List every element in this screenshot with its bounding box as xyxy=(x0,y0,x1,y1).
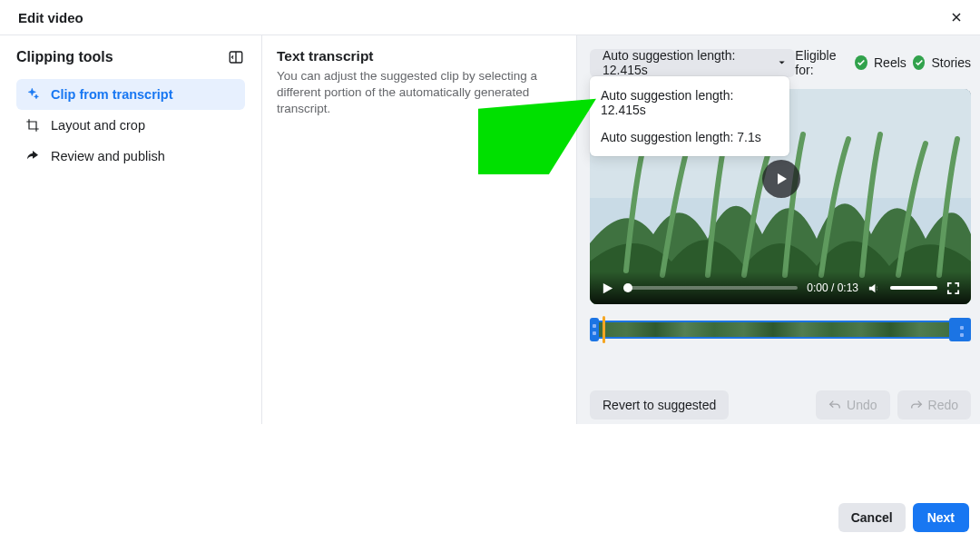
sidebar-item-label: Review and publish xyxy=(51,149,165,163)
playhead[interactable] xyxy=(603,316,605,343)
footer: Cancel Next xyxy=(0,424,980,543)
length-option-7-1[interactable]: Auto suggestion length: 7.1s xyxy=(590,123,789,151)
eligible-for: Eligible for: Reels Stories xyxy=(795,48,971,77)
sidebar-title: Clipping tools xyxy=(16,49,113,65)
next-button[interactable]: Next xyxy=(913,503,969,532)
volume-icon[interactable] xyxy=(867,281,881,295)
sidebar: Clipping tools Clip from transcript Layo… xyxy=(0,35,262,424)
panel-toggle-button[interactable] xyxy=(227,48,245,66)
volume-bar[interactable] xyxy=(890,286,937,290)
play-icon xyxy=(774,172,789,186)
revert-to-suggested-button[interactable]: Revert to suggested xyxy=(590,390,729,420)
sidebar-item-review-and-publish[interactable]: Review and publish xyxy=(16,141,245,172)
progress-knob[interactable] xyxy=(623,283,632,292)
close-icon xyxy=(949,10,964,25)
play-button-icon[interactable] xyxy=(601,281,614,295)
transcript-title: Text transcript xyxy=(277,48,562,64)
play-overlay-button[interactable] xyxy=(762,160,800,198)
redo-button[interactable]: Redo xyxy=(897,390,971,420)
sidebar-item-label: Layout and crop xyxy=(51,118,145,133)
fullscreen-icon[interactable] xyxy=(946,281,960,295)
cancel-button[interactable]: Cancel xyxy=(838,503,906,532)
trim-handle-left[interactable] xyxy=(590,318,599,341)
share-icon xyxy=(25,149,40,163)
close-button[interactable] xyxy=(947,8,965,26)
length-button-label: Auto suggestion length: 12.415s xyxy=(603,48,770,77)
sidebar-item-label: Clip from transcript xyxy=(51,87,173,102)
sidebar-item-layout-and-crop[interactable]: Layout and crop xyxy=(16,110,245,141)
chevron-down-icon xyxy=(778,58,786,67)
redo-icon xyxy=(910,399,923,411)
length-option-12-415[interactable]: Auto suggestion length: 12.415s xyxy=(590,82,789,123)
crop-icon xyxy=(25,118,40,133)
eligible-label: Eligible for: xyxy=(795,48,848,77)
video-time: 0:00 / 0:13 xyxy=(807,281,858,294)
check-icon xyxy=(855,55,867,70)
trim-handle-right[interactable] xyxy=(949,318,971,341)
clip-timeline[interactable] xyxy=(590,318,971,341)
length-dropdown-menu: Auto suggestion length: 12.415s Auto sug… xyxy=(590,76,789,156)
video-controls: 0:00 / 0:13 xyxy=(590,272,971,304)
preview-panel: Auto suggestion length: 12.415s Eligible… xyxy=(577,35,980,424)
undo-icon xyxy=(828,399,841,411)
eligible-reels-label: Reels xyxy=(874,55,906,70)
transcript-panel: Text transcript You can adjust the sugge… xyxy=(262,35,577,424)
auto-suggestion-length-dropdown[interactable]: Auto suggestion length: 12.415s xyxy=(590,49,795,77)
sparkle-icon xyxy=(25,87,40,102)
video-progress-bar[interactable] xyxy=(623,286,798,290)
page-title: Edit video xyxy=(18,10,83,25)
eligible-stories-label: Stories xyxy=(931,55,971,70)
timeline-track xyxy=(595,321,965,339)
panel-toggle-icon xyxy=(228,49,244,65)
check-icon xyxy=(913,55,926,70)
sidebar-item-clip-from-transcript[interactable]: Clip from transcript xyxy=(16,79,245,110)
transcript-description: You can adjust the suggested clip by sel… xyxy=(277,68,562,118)
undo-button[interactable]: Undo xyxy=(816,390,889,420)
